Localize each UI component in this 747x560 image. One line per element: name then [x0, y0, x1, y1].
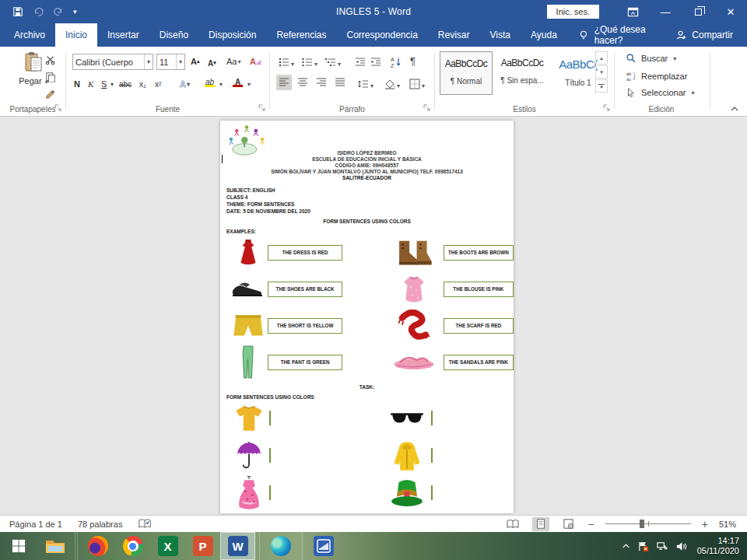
edge-button[interactable] [263, 532, 298, 560]
customize-qat-icon[interactable]: ▾ [73, 8, 77, 16]
clear-formatting-button[interactable]: A◢ [250, 54, 261, 69]
chrome-button[interactable] [115, 532, 150, 560]
web-layout-icon[interactable] [560, 517, 577, 531]
shading-dropdown[interactable]: ▾ [396, 78, 400, 93]
superscript-button[interactable]: x² [155, 76, 161, 92]
sentence-box[interactable]: THE SANDALS ARE PINK [444, 355, 514, 370]
file-explorer-button[interactable] [37, 532, 72, 560]
volume-icon[interactable] [675, 541, 687, 552]
page-count[interactable]: Página 1 de 1 [9, 520, 62, 529]
bullets-icon[interactable] [278, 54, 290, 70]
line-spacing-dropdown[interactable]: ▾ [370, 78, 374, 93]
grow-font-button[interactable]: A▴ [191, 54, 199, 69]
save-icon[interactable] [12, 6, 23, 17]
bold-button[interactable]: N [74, 76, 80, 92]
close-button[interactable]: ✕ [714, 0, 747, 23]
excel-button[interactable]: X [150, 532, 185, 560]
font-size-combo[interactable]: 11▾ [156, 54, 185, 70]
scanner-app-button[interactable] [306, 532, 341, 560]
zoom-out-button[interactable]: − [588, 518, 594, 530]
collapse-ribbon-icon[interactable] [730, 105, 739, 113]
tab-inicio[interactable]: Inicio [55, 23, 97, 47]
replace-button[interactable]: Reemplazar [626, 70, 687, 82]
answer-box[interactable] [431, 411, 433, 425]
bullets-dropdown[interactable]: ▾ [290, 56, 294, 72]
minimize-button[interactable]: — [649, 0, 682, 23]
find-button[interactable]: Buscar▾ [626, 53, 676, 64]
action-center-flag-icon[interactable] [637, 541, 649, 552]
justify-button[interactable] [332, 75, 348, 90]
tab-correspondencia[interactable]: Correspondencia [336, 23, 427, 47]
sign-in-button[interactable]: Inic. ses. [547, 5, 599, 19]
highlight-color-button[interactable]: ab [205, 75, 215, 90]
copy-icon[interactable] [45, 72, 56, 82]
zoom-in-button[interactable]: + [702, 518, 708, 530]
shading-icon[interactable] [384, 76, 396, 92]
sentence-box[interactable]: THE SHOES ARE BLACK [268, 282, 342, 297]
text-effects-button[interactable]: A▾ [180, 76, 190, 92]
borders-dropdown[interactable]: ▾ [421, 78, 425, 93]
tab-referencias[interactable]: Referencias [266, 23, 336, 47]
proofing-icon[interactable] [138, 518, 152, 530]
ribbon-display-options-icon[interactable] [616, 0, 649, 23]
styles-more-icon[interactable]: ▾ [595, 79, 608, 93]
tab-insertar[interactable]: Insertar [97, 23, 149, 47]
strikethrough-button[interactable]: abc [119, 76, 132, 92]
sentence-box[interactable]: THE PANT IS GREEN [268, 355, 342, 370]
change-case-button[interactable]: Aa▾ [226, 54, 240, 69]
increase-indent-icon[interactable] [370, 54, 382, 70]
italic-button[interactable]: K [88, 76, 93, 92]
align-right-button[interactable] [314, 75, 329, 90]
answer-box[interactable] [431, 485, 433, 500]
styles-scroll-up-icon[interactable]: ▴ [595, 51, 608, 65]
zoom-slider-knob[interactable] [640, 520, 644, 528]
tell-me-search[interactable]: ¿Qué desea hacer? [578, 23, 675, 47]
sentence-box[interactable]: THE SCARF IS RED [444, 318, 514, 334]
style-sin-espaciado[interactable]: AaBbCcDc ¶ Sin espa... [496, 51, 549, 95]
paragraph-dialog-launcher[interactable] [423, 104, 431, 112]
clipboard-dialog-launcher[interactable] [54, 104, 62, 112]
highlight-dropdown[interactable]: ▾ [219, 76, 223, 92]
answer-box[interactable] [269, 485, 271, 500]
tab-archivo[interactable]: Archivo [0, 23, 55, 47]
answer-box[interactable] [269, 448, 271, 463]
sentence-box[interactable]: THE DRESS IS RED [268, 245, 342, 261]
numbering-icon[interactable] [301, 54, 314, 70]
tab-diseno[interactable]: Diseño [149, 23, 198, 47]
show-marks-icon[interactable]: ¶ [410, 53, 416, 68]
word-count[interactable]: 78 palabras [78, 520, 123, 529]
tab-revisar[interactable]: Revisar [428, 23, 480, 47]
tab-vista[interactable]: Vista [480, 23, 521, 47]
powerpoint-button[interactable]: P [185, 532, 220, 560]
clock[interactable]: 14:17 05/11/2020 [697, 536, 739, 556]
styles-scroll-down-icon[interactable]: ▾ [595, 65, 608, 79]
document-area[interactable]: ISIDRO LÓPEZ BERMEO ESCUELA DE EDUCACIÓN… [0, 117, 747, 515]
shrink-font-button[interactable]: A▾ [208, 55, 216, 71]
restore-button[interactable] [682, 0, 714, 23]
word-button[interactable]: W [220, 532, 255, 560]
align-left-button[interactable] [276, 75, 292, 90]
styles-dialog-launcher[interactable] [603, 104, 611, 112]
read-mode-icon[interactable] [504, 517, 521, 531]
select-button[interactable]: Seleccionar▾ [626, 87, 695, 98]
redo-icon[interactable] [53, 6, 64, 17]
borders-icon[interactable] [409, 76, 421, 92]
sort-icon[interactable] [390, 54, 402, 70]
answer-box[interactable] [431, 448, 433, 463]
tab-ayuda[interactable]: Ayuda [521, 23, 567, 47]
share-button[interactable]: Compartir [675, 23, 747, 47]
print-layout-icon[interactable] [532, 517, 549, 531]
numbering-dropdown[interactable]: ▾ [314, 56, 317, 72]
style-normal[interactable]: AaBbCcDc ¶ Normal [440, 51, 493, 95]
font-color-dropdown[interactable]: ▾ [247, 76, 251, 92]
sentence-box[interactable]: THE SHORT IS YELLOW [268, 318, 342, 334]
font-color-button[interactable]: A [233, 75, 243, 90]
sentence-box[interactable]: THE BLOUSE IS PINK [444, 282, 514, 297]
underline-dropdown[interactable]: ▾ [110, 76, 114, 92]
zoom-level[interactable]: 51% [719, 520, 736, 529]
font-name-combo[interactable]: Calibri (Cuerpo▾ [72, 54, 153, 70]
answer-box[interactable] [269, 411, 271, 425]
undo-icon[interactable] [33, 6, 44, 17]
tray-expand-icon[interactable] [622, 543, 630, 549]
document-page[interactable]: ISIDRO LÓPEZ BERMEO ESCUELA DE EDUCACIÓN… [220, 121, 514, 513]
